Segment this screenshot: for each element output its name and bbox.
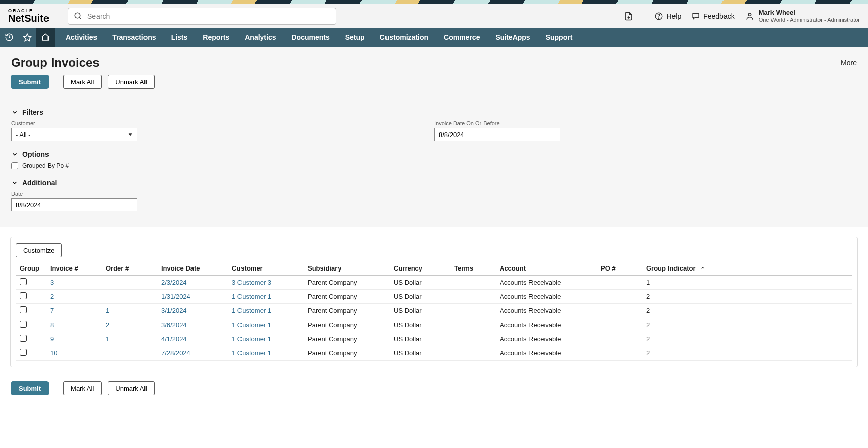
col-group[interactable]: Group <box>16 261 46 276</box>
col-invoice-date[interactable]: Invoice Date <box>157 261 228 276</box>
cell-invoice-num[interactable]: 3 <box>46 276 102 290</box>
col-order-num[interactable]: Order # <box>102 261 157 276</box>
unmark-all-button[interactable]: Unmark All <box>108 75 155 89</box>
main-nav: ActivitiesTransactionsListsReportsAnalyt… <box>0 28 868 47</box>
row-checkbox[interactable] <box>20 306 27 313</box>
cell-subsidiary: Parent Company <box>304 346 390 361</box>
cell-customer[interactable]: 1 Customer 1 <box>228 304 304 318</box>
cell-account: Accounts Receivable <box>496 290 597 304</box>
cell-customer[interactable]: 1 Customer 1 <box>228 346 304 361</box>
col-currency[interactable]: Currency <box>390 261 450 276</box>
cell-customer[interactable]: 1 Customer 1 <box>228 318 304 332</box>
row-checkbox[interactable] <box>20 278 27 285</box>
table-row: 32/3/20243 Customer 3Parent CompanyUS Do… <box>16 276 852 290</box>
nav-item-transactions[interactable]: Transactions <box>112 33 156 41</box>
sort-asc-icon <box>700 264 705 272</box>
cell-account: Accounts Receivable <box>496 276 597 290</box>
cell-group-indicator: 1 <box>642 276 852 290</box>
table-row: 21/31/20241 Customer 1Parent CompanyUS D… <box>16 290 852 304</box>
cell-invoice-date[interactable]: 3/6/2024 <box>157 318 228 332</box>
nav-item-documents[interactable]: Documents <box>291 33 329 41</box>
svg-point-5 <box>659 18 659 18</box>
cell-order-num[interactable]: 1 <box>102 304 157 318</box>
cell-invoice-date[interactable]: 1/31/2024 <box>157 290 228 304</box>
col-terms[interactable]: Terms <box>450 261 496 276</box>
cell-invoice-num[interactable]: 10 <box>46 346 102 361</box>
submit-button-bottom[interactable]: Submit <box>11 381 49 395</box>
col-group-indicator[interactable]: Group Indicator <box>642 261 852 276</box>
unmark-all-button-bottom[interactable]: Unmark All <box>108 381 155 395</box>
cell-terms <box>450 290 496 304</box>
cell-customer[interactable]: 1 Customer 1 <box>228 332 304 346</box>
cell-account: Accounts Receivable <box>496 304 597 318</box>
submit-button[interactable]: Submit <box>11 75 49 89</box>
row-checkbox[interactable] <box>20 292 27 299</box>
create-record-icon[interactable] <box>623 11 634 21</box>
table-row: 823/6/20241 Customer 1Parent CompanyUS D… <box>16 318 852 332</box>
cell-subsidiary: Parent Company <box>304 318 390 332</box>
col-group-indicator-label: Group Indicator <box>646 264 696 272</box>
customize-button[interactable]: Customize <box>16 243 62 257</box>
more-link[interactable]: More <box>841 59 857 67</box>
search-input[interactable] <box>68 8 336 25</box>
customer-filter-select[interactable]: - All - <box>11 128 137 141</box>
nav-item-suiteapps[interactable]: SuiteApps <box>495 33 530 41</box>
nav-history-icon[interactable] <box>0 28 18 47</box>
row-checkbox[interactable] <box>20 335 27 342</box>
options-section-toggle[interactable]: Options <box>11 150 857 158</box>
nav-item-support[interactable]: Support <box>546 33 573 41</box>
filters-section-toggle[interactable]: Filters <box>11 108 857 116</box>
cell-invoice-date[interactable]: 2/3/2024 <box>157 276 228 290</box>
row-checkbox[interactable] <box>20 349 27 356</box>
invoice-date-filter-input[interactable] <box>434 128 560 141</box>
cell-currency: US Dollar <box>390 290 450 304</box>
help-link[interactable]: Help <box>654 12 681 21</box>
cell-invoice-num[interactable]: 8 <box>46 318 102 332</box>
feedback-link[interactable]: Feedback <box>691 12 734 21</box>
nav-favorites-icon[interactable] <box>18 28 36 47</box>
col-account[interactable]: Account <box>496 261 597 276</box>
cell-subsidiary: Parent Company <box>304 290 390 304</box>
cell-order-num[interactable] <box>102 276 157 290</box>
col-subsidiary[interactable]: Subsidiary <box>304 261 390 276</box>
cell-invoice-date[interactable]: 4/1/2024 <box>157 332 228 346</box>
nav-item-setup[interactable]: Setup <box>345 33 365 41</box>
col-customer[interactable]: Customer <box>228 261 304 276</box>
cell-order-num[interactable]: 2 <box>102 318 157 332</box>
cell-invoice-date[interactable]: 3/1/2024 <box>157 304 228 318</box>
cell-customer[interactable]: 3 Customer 3 <box>228 276 304 290</box>
mark-all-button[interactable]: Mark All <box>63 75 102 89</box>
cell-order-num[interactable] <box>102 346 157 361</box>
cell-invoice-num[interactable]: 2 <box>46 290 102 304</box>
cell-invoice-date[interactable]: 7/28/2024 <box>157 346 228 361</box>
cell-terms <box>450 346 496 361</box>
nav-item-reports[interactable]: Reports <box>203 33 229 41</box>
cell-order-num[interactable] <box>102 290 157 304</box>
cell-currency: US Dollar <box>390 318 450 332</box>
nav-item-activities[interactable]: Activities <box>66 33 97 41</box>
date-field-label: Date <box>11 191 857 197</box>
cell-subsidiary: Parent Company <box>304 332 390 346</box>
action-bar-top: Submit Mark All Unmark All <box>0 75 868 98</box>
row-checkbox[interactable] <box>20 321 27 328</box>
cell-order-num[interactable]: 1 <box>102 332 157 346</box>
mark-all-button-bottom[interactable]: Mark All <box>63 381 102 395</box>
cell-customer[interactable]: 1 Customer 1 <box>228 290 304 304</box>
grouped-by-po-checkbox[interactable] <box>11 162 18 169</box>
nav-home-icon[interactable] <box>36 28 55 47</box>
additional-section-toggle[interactable]: Additional <box>11 178 857 187</box>
cell-group-indicator: 2 <box>642 290 852 304</box>
nav-item-commerce[interactable]: Commerce <box>444 33 480 41</box>
col-po-num[interactable]: PO # <box>597 261 642 276</box>
grouped-by-po-label: Grouped By Po # <box>22 162 69 169</box>
nav-item-customization[interactable]: Customization <box>380 33 428 41</box>
page-header: Group Invoices More <box>0 47 868 75</box>
cell-invoice-num[interactable]: 9 <box>46 332 102 346</box>
user-name: Mark Wheel <box>759 9 860 17</box>
col-invoice-num[interactable]: Invoice # <box>46 261 102 276</box>
date-field-input[interactable] <box>11 198 137 211</box>
user-menu[interactable]: Mark Wheel One World - Administrator - A… <box>745 9 860 24</box>
nav-item-analytics[interactable]: Analytics <box>245 33 276 41</box>
cell-invoice-num[interactable]: 7 <box>46 304 102 318</box>
nav-item-lists[interactable]: Lists <box>171 33 188 41</box>
